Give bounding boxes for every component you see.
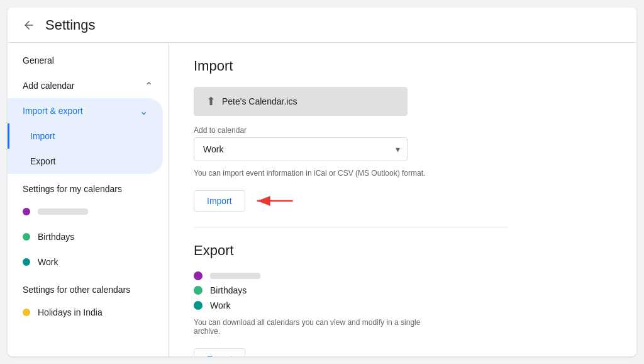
export-work-label: Work: [210, 300, 230, 310]
back-button[interactable]: [18, 14, 40, 37]
import-export-toggle[interactable]: Import & export ⌄: [8, 98, 163, 123]
export-green-dot: [194, 286, 203, 295]
import-section-title: Import: [194, 58, 611, 74]
upload-icon: ⬆: [206, 94, 216, 108]
main-content: Import ⬆ Pete's Calendar.ics Add to cale…: [169, 43, 636, 356]
calendar-select-wrapper: Work ▾: [194, 137, 408, 161]
sidebar-item-general-label: General: [23, 55, 54, 65]
calendar-select[interactable]: Work: [194, 137, 408, 161]
export-item-birthdays: Birthdays: [194, 285, 611, 295]
add-to-calendar-label: Add to calendar: [194, 126, 611, 135]
export-item-work: Work: [194, 300, 611, 310]
export-label: Export: [30, 156, 55, 166]
blurred-calendar-name: [38, 208, 88, 215]
chevron-down-icon: ⌃: [145, 80, 153, 92]
sidebar: General Add calendar ⌃ Import & export ⌄…: [8, 43, 169, 356]
export-birthdays-label: Birthdays: [210, 285, 247, 295]
export-purple-dot: [194, 271, 203, 280]
import-button[interactable]: Import: [194, 190, 245, 212]
work-label: Work: [38, 257, 58, 267]
import-button-container: Import: [194, 190, 245, 212]
sidebar-item-blurred-calendar[interactable]: [8, 199, 163, 224]
settings-my-calendars-label: Settings for my calendars: [8, 174, 168, 199]
purple-dot: [23, 208, 30, 215]
sidebar-item-add-calendar[interactable]: Add calendar ⌃: [8, 73, 168, 98]
settings-other-calendars-label: Settings for other calendars: [8, 275, 168, 300]
sidebar-item-birthdays[interactable]: Birthdays: [8, 224, 163, 249]
import-export-label: Import & export: [23, 106, 83, 116]
export-calendar-list: Birthdays Work: [194, 271, 611, 310]
section-divider: [194, 227, 508, 227]
export-blurred-name: [210, 273, 260, 279]
export-section: Export Birthdays Work: [194, 242, 611, 356]
chevron-up-icon: ⌄: [140, 105, 148, 117]
sidebar-item-holidays[interactable]: Holidays in India: [8, 300, 163, 325]
yellow-dot: [23, 309, 30, 316]
red-arrow-annotation: [252, 191, 296, 210]
sidebar-item-export[interactable]: Export: [8, 149, 163, 174]
green-dot: [23, 233, 30, 241]
export-teal-dot: [194, 301, 203, 310]
sidebar-item-general[interactable]: General: [8, 48, 163, 73]
import-label: Import: [30, 131, 55, 141]
export-section-title: Export: [194, 242, 611, 259]
export-button[interactable]: Export: [194, 348, 245, 356]
import-info-text: You can import event information in iCal…: [194, 169, 433, 178]
sidebar-item-import-export[interactable]: Import & export ⌄ Import Export: [8, 98, 163, 174]
holidays-label: Holidays in India: [38, 307, 103, 317]
file-name-label: Pete's Calendar.ics: [222, 96, 297, 106]
import-section: Import ⬆ Pete's Calendar.ics Add to cale…: [194, 58, 611, 212]
add-calendar-label: Add calendar: [23, 81, 75, 91]
file-upload-button[interactable]: ⬆ Pete's Calendar.ics: [194, 87, 408, 116]
birthdays-label: Birthdays: [38, 232, 74, 242]
sidebar-item-import[interactable]: Import: [8, 123, 163, 149]
teal-dot: [23, 258, 30, 266]
export-item-blurred: [194, 271, 611, 280]
export-info-text: You can download all calendars you can v…: [194, 318, 433, 336]
header: Settings: [8, 8, 636, 43]
page-title: Settings: [45, 17, 96, 33]
sidebar-item-work[interactable]: Work: [8, 249, 163, 275]
body: General Add calendar ⌃ Import & export ⌄…: [8, 43, 636, 356]
